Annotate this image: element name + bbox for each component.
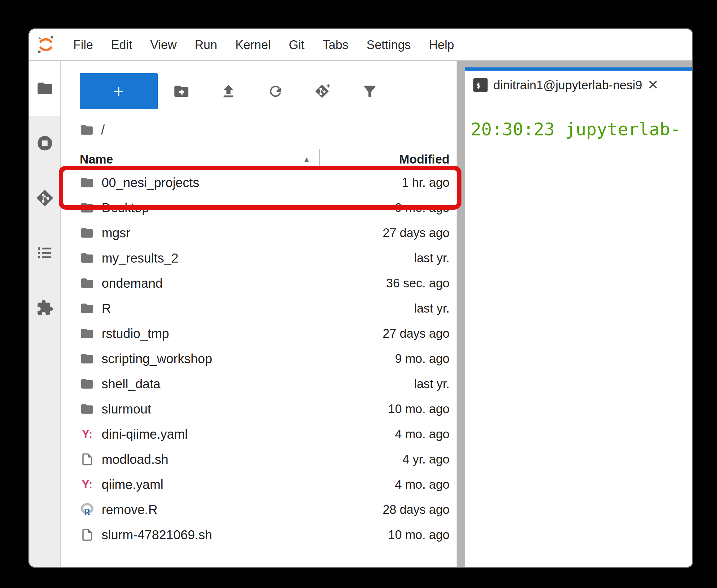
file-modified: 4 mo. ago	[163, 478, 456, 491]
folder-icon	[80, 226, 95, 240]
terminal-tab-title: dinitrain1@jupyterlab-nesi9	[493, 78, 642, 92]
file-name: Desktop	[102, 201, 149, 215]
table-row[interactable]: Y: R remove.R 28 days ago	[61, 497, 456, 522]
file-name: rstudio_tmp	[102, 327, 169, 341]
menu-bar: FileEditViewRunKernelGitTabsSettingsHelp	[29, 29, 692, 61]
column-header-name[interactable]: Name ▲	[61, 149, 320, 169]
table-row[interactable]: Y: R slurmout 10 mo. ago	[61, 396, 456, 422]
table-row[interactable]: Y: R Desktop 9 mo. ago	[61, 195, 456, 220]
menu-item-edit[interactable]: Edit	[102, 38, 141, 52]
file-name: modload.sh	[102, 452, 168, 467]
folder-icon	[80, 301, 95, 316]
table-row[interactable]: Y: R rstudio_tmp 27 days ago	[61, 321, 456, 346]
file-modified: 9 mo. ago	[149, 201, 456, 215]
sidebar-item-file-browser[interactable]	[29, 61, 60, 116]
table-row[interactable]: Y: R R last yr.	[61, 296, 456, 321]
file-list: Y: R 00_nesi_projects 1 hr. ago Y: R Des…	[61, 170, 456, 567]
new-folder-icon	[173, 83, 190, 100]
folder-icon	[80, 276, 95, 291]
file-icon	[80, 527, 95, 542]
file-modified: 4 yr. ago	[168, 453, 456, 466]
folder-icon	[80, 251, 95, 266]
file-name: slurmout	[102, 402, 151, 416]
file-browser-toolbar: +	[61, 61, 456, 109]
folder-icon	[80, 326, 95, 341]
menu-item-tabs[interactable]: Tabs	[314, 38, 357, 52]
table-row[interactable]: Y: R modload.sh 4 yr. ago	[61, 447, 456, 472]
stop-circle-icon	[36, 134, 54, 152]
terminal-tab-bar: $_ dinitrain1@jupyterlab-nesi9 ✕	[465, 67, 692, 100]
breadcrumb[interactable]: /	[61, 109, 456, 138]
refresh-button[interactable]	[252, 83, 299, 100]
file-icon	[80, 452, 95, 467]
sidebar-item-table-of-contents[interactable]	[29, 226, 60, 280]
new-folder-button[interactable]	[158, 83, 205, 100]
breadcrumb-root[interactable]: /	[101, 122, 105, 138]
jupyterlab-window: FileEditViewRunKernelGitTabsSettingsHelp	[28, 28, 693, 568]
menu-item-git[interactable]: Git	[280, 38, 314, 52]
file-modified: last yr.	[179, 251, 456, 265]
sidebar-item-extensions[interactable]	[29, 280, 60, 335]
tab-close-icon[interactable]: ✕	[647, 78, 659, 92]
new-launcher-button[interactable]: +	[80, 73, 158, 109]
terminal-output-text: 20:30:23 jupyterlab-	[471, 119, 680, 139]
file-name: qiime.yaml	[102, 477, 163, 492]
jupyter-logo-icon	[35, 33, 57, 57]
folder-icon	[80, 200, 95, 215]
filter-icon	[362, 83, 378, 100]
git-clone-button[interactable]	[299, 83, 346, 100]
terminal-output-area[interactable]: 20:30:23 jupyterlab-	[465, 100, 692, 567]
table-row[interactable]: Y: R mgsr 27 days ago	[61, 220, 456, 246]
sidebar-item-running-sessions[interactable]	[29, 116, 60, 171]
svg-text:R: R	[84, 507, 91, 517]
puzzle-icon	[36, 299, 54, 316]
menu-item-run[interactable]: Run	[186, 38, 226, 52]
file-modified: 36 sec. ago	[163, 276, 456, 290]
menu-item-view[interactable]: View	[141, 38, 186, 52]
file-modified: last yr.	[111, 301, 456, 315]
dock-area: $_ dinitrain1@jupyterlab-nesi9 ✕ 20:30:2…	[456, 61, 692, 567]
table-row[interactable]: Y: R ondemand 36 sec. ago	[61, 271, 456, 296]
file-name: mgsr	[102, 226, 130, 240]
home-folder-icon	[80, 123, 94, 137]
upload-button[interactable]	[205, 83, 252, 100]
folder-icon	[80, 376, 95, 391]
name-column-label: Name	[80, 152, 113, 166]
file-modified: 1 hr. ago	[199, 176, 456, 190]
table-row[interactable]: Y: R qiime.yaml 4 mo. ago	[61, 472, 456, 497]
file-browser-panel: +	[61, 61, 456, 567]
sidebar-item-git[interactable]	[29, 171, 60, 226]
table-row[interactable]: Y: R 00_nesi_projects 1 hr. ago	[61, 170, 456, 195]
menu-item-help[interactable]: Help	[420, 38, 463, 52]
file-modified: 28 days ago	[158, 503, 456, 517]
table-row[interactable]: Y: R my_results_2 last yr.	[61, 246, 456, 271]
terminal-tab[interactable]: $_ dinitrain1@jupyterlab-nesi9 ✕	[473, 78, 659, 92]
file-name: shell_data	[102, 377, 160, 391]
file-modified: 4 mo. ago	[188, 427, 456, 441]
file-listing: Name ▲ Modified Y: R 00_nesi_projects 1 …	[61, 149, 456, 567]
refresh-icon	[267, 83, 284, 100]
list-icon	[36, 244, 54, 261]
column-header-modified[interactable]: Modified	[320, 152, 456, 166]
terminal-icon: $_	[473, 78, 488, 92]
file-modified: last yr.	[160, 377, 456, 391]
file-modified: 27 days ago	[130, 226, 456, 240]
git-clone-icon	[314, 83, 331, 100]
sort-ascending-icon[interactable]: ▲	[302, 154, 311, 165]
table-row[interactable]: Y: R shell_data last yr.	[61, 371, 456, 396]
folder-icon	[36, 80, 54, 97]
filter-button[interactable]	[346, 83, 393, 100]
table-row[interactable]: Y: R dini-qiime.yaml 4 mo. ago	[61, 422, 456, 447]
file-name: scripting_workshop	[102, 352, 212, 366]
menu-item-file[interactable]: File	[64, 38, 102, 52]
table-row[interactable]: Y: R scripting_workshop 9 mo. ago	[61, 346, 456, 371]
menu-items: FileEditViewRunKernelGitTabsSettingsHelp	[64, 38, 463, 52]
table-row[interactable]: Y: R slurm-47821069.sh 10 mo. ago	[61, 522, 456, 547]
menu-item-settings[interactable]: Settings	[357, 38, 420, 52]
file-modified: 9 mo. ago	[212, 352, 456, 366]
terminal-panel: $_ dinitrain1@jupyterlab-nesi9 ✕ 20:30:2…	[465, 67, 692, 567]
menu-item-kernel[interactable]: Kernel	[226, 38, 280, 52]
r-file-icon: R	[80, 502, 95, 517]
file-name: slurm-47821069.sh	[102, 528, 212, 542]
file-name: 00_nesi_projects	[102, 175, 199, 190]
